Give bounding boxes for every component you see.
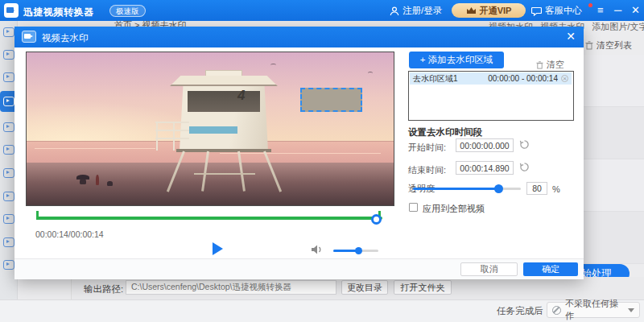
support-button[interactable]: 客服中心: [531, 5, 582, 17]
plus-icon: +: [420, 55, 426, 64]
tower-roof: [170, 76, 278, 86]
region-name: 去水印区域1: [413, 73, 458, 85]
output-path-label: 输出路径:: [84, 283, 123, 295]
volume-knob[interactable]: [355, 247, 362, 254]
volume-slider[interactable]: [333, 250, 378, 252]
add-region-button[interactable]: + 添加去水印区域: [409, 52, 504, 68]
menu-icon[interactable]: ≡: [597, 4, 604, 17]
login-button[interactable]: 注册/登录: [390, 5, 442, 17]
app-logo-icon: [4, 3, 19, 18]
edition-badge: 极速版: [109, 5, 146, 17]
vip-label: 开通VIP: [480, 5, 512, 17]
minimize-icon[interactable]: ─: [614, 4, 621, 17]
opacity-fill: [413, 188, 499, 190]
tower-sign: [189, 126, 237, 134]
start-time-label: 开始时间:: [408, 142, 446, 154]
region-time: 00:00:00 - 00:00:14: [488, 74, 558, 83]
railing-post: [156, 122, 158, 151]
clear-regions-label: 清空: [547, 59, 564, 71]
beach: [27, 163, 394, 206]
dialog-header: 视频去水印 ✕: [14, 27, 584, 47]
support-label: 客服中心: [545, 5, 582, 17]
person-silhouette: [80, 179, 86, 184]
watermark-dialog: 视频去水印 ✕ 4: [14, 27, 584, 279]
sidebar-item-9[interactable]: [3, 214, 14, 224]
sidebar-item-11[interactable]: [3, 260, 14, 270]
clear-list-button[interactable]: 清空列表: [585, 39, 632, 52]
dialog-title: 视频去水印: [42, 32, 89, 44]
sidebar-item-8[interactable]: [3, 192, 14, 201]
trash-icon: [585, 41, 593, 50]
cancel-button[interactable]: 取消: [460, 262, 518, 276]
reset-end-icon[interactable]: [519, 162, 530, 172]
end-time-label: 结束时间:: [408, 164, 446, 176]
sidebar-item-7[interactable]: [3, 168, 14, 178]
sidebar-item-1[interactable]: [3, 27, 14, 37]
sidebar-item-10[interactable]: [3, 237, 14, 247]
chevron-down-icon: [628, 308, 634, 316]
tower-platform: [176, 149, 271, 152]
app-window: 迅捷视频转换器 极速版 注册/登录 开通VIP 客服中心 ≡ ─ ✕: [0, 0, 644, 322]
clear-list-label: 清空列表: [597, 39, 632, 52]
after-task-option: 不采取任何操作: [565, 298, 624, 322]
sidebar-item-5[interactable]: [3, 122, 14, 132]
trim-timeline[interactable]: [36, 217, 382, 220]
after-task-label: 任务完成后: [497, 305, 543, 317]
titlebar: 迅捷视频转换器 极速版 注册/登录 开通VIP 客服中心 ≡ ─ ✕: [0, 0, 644, 21]
output-path-input[interactable]: [126, 280, 336, 295]
trim-handle[interactable]: [371, 214, 382, 225]
chat-icon: [531, 6, 542, 16]
vip-button[interactable]: 开通VIP: [452, 3, 526, 18]
opacity-value-input[interactable]: [526, 182, 547, 195]
remove-region-icon[interactable]: ×: [561, 75, 568, 82]
end-time-input[interactable]: [456, 161, 514, 175]
video-preview: 4: [26, 52, 394, 206]
trash-icon: [536, 61, 543, 69]
speaker-icon[interactable]: [311, 244, 324, 255]
railing: [155, 130, 189, 131]
tower-roof-box: [205, 70, 242, 76]
add-region-label: 添加去水印区域: [428, 55, 493, 64]
percent-label: %: [552, 184, 560, 194]
close-icon[interactable]: ✕: [631, 4, 640, 17]
opacity-knob[interactable]: [494, 184, 503, 193]
user-icon: [390, 6, 399, 16]
notification-dot: [588, 3, 592, 7]
after-task-dropdown[interactable]: 不采取任何操作: [547, 302, 640, 318]
tower-number: 4: [237, 88, 245, 104]
sidebar-item-2[interactable]: [3, 50, 14, 60]
ok-button[interactable]: 确定: [523, 262, 578, 276]
railing: [155, 122, 189, 123]
apply-all-label: 应用到全部视频: [423, 203, 485, 215]
bird: [368, 72, 373, 75]
region-list-item[interactable]: 去水印区域1 00:00:00 - 00:00:14 ×: [410, 72, 572, 85]
person-silhouette: [96, 175, 99, 185]
region-list: 去水印区域1 00:00:00 - 00:00:14 ×: [408, 71, 574, 121]
time-section-title: 设置去水印时间段: [408, 126, 482, 138]
railing-post: [173, 122, 175, 151]
change-dir-button[interactable]: 更改目录: [341, 280, 388, 295]
sidebar-item-3[interactable]: [3, 72, 14, 82]
start-time-input[interactable]: [456, 138, 514, 152]
tower-brace: [194, 173, 255, 175]
clear-regions-button[interactable]: 清空: [536, 59, 564, 71]
open-folder-button[interactable]: 打开文件夹: [394, 280, 452, 295]
reset-start-icon[interactable]: [519, 139, 530, 150]
playback-time: 00:00:14/00:00:14: [35, 229, 104, 239]
login-label: 注册/登录: [402, 5, 442, 17]
dialog-close-icon[interactable]: ✕: [566, 30, 576, 43]
video-camera-icon: [22, 31, 36, 43]
apply-all-checkbox[interactable]: [409, 203, 418, 212]
person-silhouette: [107, 181, 113, 186]
no-action-icon: [552, 306, 561, 315]
crown-icon: [466, 6, 477, 14]
tower-window: [188, 91, 260, 112]
sidebar-item-6[interactable]: [3, 145, 14, 155]
railing: [155, 138, 189, 139]
sidebar-item-watermark-active[interactable]: [3, 97, 14, 106]
bird: [270, 64, 276, 67]
play-icon[interactable]: [213, 242, 229, 255]
watermark-selection-box[interactable]: [300, 88, 362, 112]
opacity-slider[interactable]: [413, 188, 521, 190]
app-title: 迅捷视频转换器: [23, 6, 94, 19]
